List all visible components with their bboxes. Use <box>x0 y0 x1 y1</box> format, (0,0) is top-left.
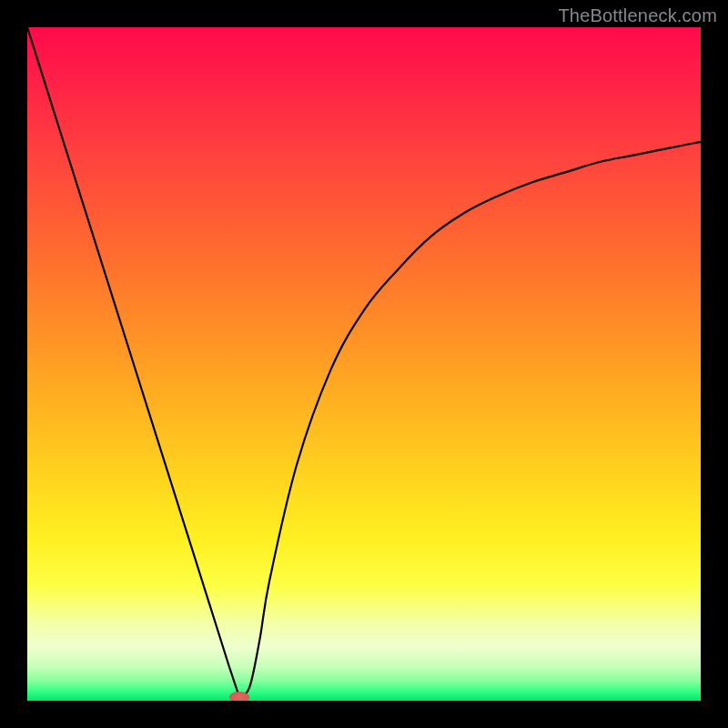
bottleneck-curve-path <box>27 27 701 697</box>
minimum-marker <box>229 692 249 701</box>
chart-curve-svg <box>27 27 701 701</box>
watermark-text: TheBottleneck.com <box>558 5 717 26</box>
chart-frame <box>27 27 701 701</box>
